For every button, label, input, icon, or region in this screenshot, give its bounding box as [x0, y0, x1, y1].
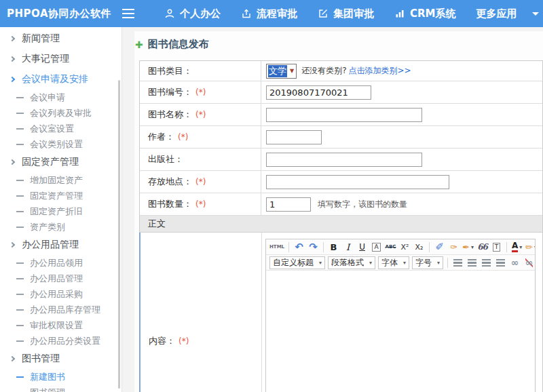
custom-title-select[interactable]: 自定义标题▾: [269, 256, 325, 269]
align-justify-icon[interactable]: [494, 256, 507, 269]
nav-group-approval[interactable]: 集团审批: [318, 7, 374, 20]
bar-chart-icon: [394, 8, 410, 19]
nav-crm-system[interactable]: CRM系统: [394, 7, 456, 20]
dash-icon: [16, 340, 24, 342]
align-center-icon[interactable]: [466, 256, 479, 269]
flow-approval-icon: [241, 8, 257, 19]
sidebar-item-label: 图书管理: [22, 353, 60, 365]
editor-content-area[interactable]: [266, 271, 535, 392]
add-category-link[interactable]: 点击添加类别>>: [349, 65, 411, 77]
sidebar-item-label: 资产类别: [30, 221, 65, 233]
sidebar-item-label: 增加固定资产: [30, 174, 83, 187]
sidebar-sub-item[interactable]: 审批权限设置: [0, 317, 121, 333]
sidebar-group-item[interactable]: 图书管理: [0, 349, 121, 369]
sidebar-sub-item[interactable]: 图书管理: [0, 385, 121, 392]
hamburger-menu-icon[interactable]: [122, 9, 134, 18]
sidebar-sub-item[interactable]: 会议列表及审批: [0, 105, 121, 121]
field-label: 作者：: [148, 131, 174, 143]
toolbar-separator: [288, 242, 289, 252]
chevron-right-icon: [10, 56, 15, 62]
content-panel: ✚ 图书信息发布 图书类目： 文学 ▼ 还没有类别? 点击添加类别>>: [134, 31, 543, 392]
bold-icon[interactable]: B: [327, 241, 340, 254]
redo-icon[interactable]: ↷: [307, 241, 320, 254]
sidebar-sub-item[interactable]: 新建图书: [0, 369, 121, 385]
format-painter-icon[interactable]: ✒: [462, 241, 474, 254]
sidebar-group-item[interactable]: 办公用品管理: [0, 235, 121, 255]
glyph: ✐: [435, 242, 444, 252]
form-row-publisher: 出版社：: [140, 149, 542, 171]
select-label: 段落格式: [331, 257, 364, 269]
required-mark: (*): [195, 177, 206, 187]
sidebar-sub-item[interactable]: 办公用品库存管理: [0, 302, 121, 317]
field-label: 图书数量：: [148, 198, 192, 210]
sidebar-sub-item[interactable]: 办公用品领用: [0, 255, 121, 271]
editor-toolbar-row1: HTML↶↷BIUAABCX²X₂✐✑✒66TA✏: [266, 239, 535, 255]
font-border-icon[interactable]: A: [370, 241, 383, 254]
sidebar-group-item[interactable]: 固定资产管理: [0, 152, 121, 172]
sidebar-sub-item[interactable]: 办公用品管理: [0, 271, 121, 286]
sidebar-sub-item[interactable]: 固定资产管理: [0, 188, 121, 203]
sidebar-group-item[interactable]: 会议申请及安排: [0, 69, 121, 90]
nav-more-apps[interactable]: 更多应用: [476, 7, 539, 20]
strikethrough-icon[interactable]: ABC: [384, 241, 397, 254]
undo-icon[interactable]: ↶: [293, 241, 305, 254]
glyph: 66: [477, 243, 487, 251]
sidebar-group-item[interactable]: 新闻管理: [0, 28, 121, 49]
subscript-icon[interactable]: X₂: [413, 241, 426, 254]
sidebar-sub-item[interactable]: 会议申请: [0, 90, 121, 105]
sidebar-group-item[interactable]: 大事记管理: [0, 49, 121, 69]
location-input[interactable]: [266, 175, 449, 189]
unlink-icon[interactable]: ∞: [523, 256, 535, 269]
topbar-nav: 个人办公 流程审批 集团审批 CRM系统 更多应用: [144, 7, 539, 20]
quantity-input[interactable]: [266, 197, 311, 212]
dash-icon: [16, 278, 24, 279]
book-name-input[interactable]: [266, 108, 422, 122]
sidebar-item-label: 会议申请: [30, 92, 65, 104]
link-icon[interactable]: ∞: [508, 256, 521, 269]
dash-icon: [16, 97, 24, 98]
nav-personal-office[interactable]: 个人办公: [164, 7, 221, 20]
field-label: 出版社：: [148, 153, 183, 165]
sidebar-scrollbar[interactable]: [118, 80, 120, 389]
sidebar-item-label: 会议申请及安排: [22, 73, 88, 85]
clean-format-icon[interactable]: ✑: [447, 241, 460, 254]
font-family-select[interactable]: 字体▾: [378, 256, 409, 269]
book-number-input[interactable]: [266, 85, 371, 100]
sidebar-sub-item[interactable]: 会议类别设置: [0, 136, 121, 152]
form-row-author: 作者： (*): [140, 126, 542, 149]
sidebar-sub-item[interactable]: 办公用品分类设置: [0, 333, 121, 349]
font-color-icon[interactable]: A: [510, 241, 523, 254]
paste-as-text-icon[interactable]: T: [490, 241, 503, 254]
sidebar-menu: 新闻管理大事记管理会议申请及安排会议申请会议列表及审批会议室设置会议类别设置固定…: [0, 27, 121, 392]
glyph: X²: [401, 243, 409, 251]
rich-text-editor: HTML↶↷BIUAABCX²X₂✐✑✒66TA✏ 自定义标题▾段落格式▾字体▾…: [265, 239, 536, 392]
add-plus-icon: ✚: [135, 39, 143, 50]
underline-icon[interactable]: U: [356, 241, 369, 254]
sidebar-sub-item[interactable]: 固定资产折旧: [0, 203, 121, 219]
sidebar-sub-item[interactable]: 资产类别: [0, 219, 121, 235]
sidebar-item-label: 固定资产折旧: [30, 205, 83, 218]
html-source-button[interactable]: HTML: [269, 241, 285, 254]
publisher-input[interactable]: [266, 153, 422, 167]
sidebar-sub-item[interactable]: 会议室设置: [0, 121, 121, 136]
form-row-category: 图书类目： 文学 ▼ 还没有类别? 点击添加类别>>: [140, 61, 542, 81]
align-right-icon[interactable]: [480, 256, 493, 269]
nav-process-approval[interactable]: 流程审批: [241, 7, 297, 20]
paragraph-format-select[interactable]: 段落格式▾: [328, 256, 375, 269]
highlight-color-icon[interactable]: ✏: [525, 241, 535, 254]
chevron-right-icon: [10, 159, 15, 165]
blockquote-icon[interactable]: 66: [476, 241, 489, 254]
sidebar-item-label: 新闻管理: [22, 33, 60, 45]
align-left-icon[interactable]: [451, 256, 464, 269]
superscript-icon[interactable]: X²: [398, 241, 411, 254]
nav-label: 个人办公: [180, 7, 221, 20]
italic-icon[interactable]: I: [341, 241, 354, 254]
category-select[interactable]: 文学 ▼: [266, 64, 297, 79]
sidebar-sub-item[interactable]: 办公用品采购: [0, 286, 121, 302]
sidebar-item-label: 图书管理: [30, 387, 65, 392]
author-input[interactable]: [266, 130, 322, 144]
caret-down-icon: ▾: [319, 260, 322, 266]
sidebar-sub-item[interactable]: 增加固定资产: [0, 172, 121, 188]
font-size-select[interactable]: 字号▾: [412, 256, 443, 269]
eraser-icon[interactable]: ✐: [433, 241, 446, 254]
